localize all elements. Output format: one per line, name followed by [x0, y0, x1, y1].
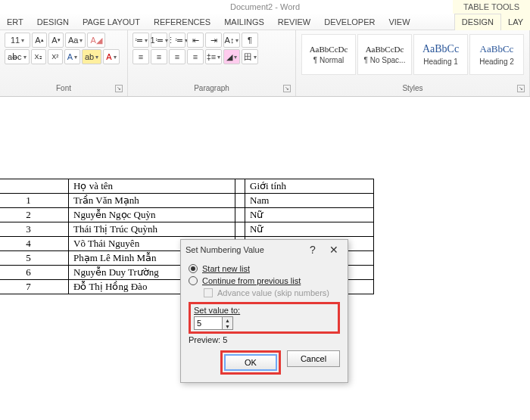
col-hidden-header[interactable] [235, 179, 245, 194]
highlight-button[interactable]: ab [82, 49, 101, 64]
cancel-button[interactable]: Cancel [287, 350, 340, 367]
decrease-indent-button[interactable]: ⇤ [187, 33, 204, 48]
tab-review[interactable]: REVIEW [271, 14, 317, 30]
tab-design[interactable]: DESIGN [30, 14, 76, 30]
align-center-button[interactable]: ≡ [151, 49, 167, 64]
table-row: 1Trần Văn MạnhNam [0, 194, 374, 208]
col-name-header[interactable]: Họ và tên [69, 179, 235, 194]
tab-insert[interactable]: ERT [0, 14, 30, 30]
style-normal[interactable]: AaBbCcDc¶ Normal [301, 34, 356, 75]
ok-button[interactable]: OK [224, 354, 277, 371]
tab-page-layout[interactable]: PAGE LAYOUT [76, 14, 147, 30]
set-value-label: Set value to: [194, 306, 335, 315]
paragraph-group-label: Paragraph↘ [132, 84, 291, 96]
paragraph-group: ≔ 1≔ ⋮≔ ⇤ ⇥ A↕ ¶ ≡ ≡ ≡ ≡ ‡≡ ◢ 田 Paragrap… [128, 30, 296, 96]
radio-icon [189, 264, 198, 273]
text-effects-button[interactable]: A [64, 49, 80, 64]
multilevel-button[interactable]: ⋮≔ [169, 33, 186, 48]
radio-icon [189, 276, 198, 285]
align-right-button[interactable]: ≡ [169, 49, 186, 64]
spin-down-icon[interactable]: ▼ [223, 323, 232, 329]
title-bar: Document2 - Word TABLE TOOLS [0, 0, 530, 14]
ok-highlight: OK [220, 350, 281, 375]
font-group-label: Font↘ [5, 84, 123, 96]
table-row: 2Nguyễn Ngọc QuỳnNữ [0, 208, 374, 222]
numbering-button[interactable]: 1≔ [151, 33, 167, 48]
change-case-button[interactable]: Aa [65, 33, 86, 48]
continue-previous-radio[interactable]: Continue from previous list [189, 275, 340, 287]
justify-button[interactable]: ≡ [187, 49, 204, 64]
set-value-spinner[interactable]: ▲▼ [194, 316, 335, 330]
col-gender-header[interactable]: Giới tính [245, 179, 374, 194]
font-color-button[interactable]: A [103, 49, 119, 64]
ribbon: 11 A▴ A▾ Aa A◢ ab̶c X₂ X² A ab A Font↘ ≔… [0, 30, 530, 97]
checkbox-icon [204, 288, 213, 297]
set-numbering-dialog: Set Numbering Value ? ✕ Start new list C… [180, 239, 348, 383]
increase-indent-button[interactable]: ⇥ [205, 33, 222, 48]
bullets-button[interactable]: ≔ [132, 33, 149, 48]
table-tools-caption: TABLE TOOLS [453, 0, 530, 14]
borders-button[interactable]: 田 [242, 49, 258, 64]
tab-developer[interactable]: DEVELOPER [317, 14, 382, 30]
line-spacing-button[interactable]: ‡≡ [205, 49, 222, 64]
font-launcher-icon[interactable]: ↘ [115, 85, 123, 92]
style-heading1[interactable]: AaBbCcHeading 1 [413, 34, 468, 75]
strikethrough-button[interactable]: ab̶c [5, 49, 30, 64]
paragraph-launcher-icon[interactable]: ↘ [283, 85, 291, 92]
tab-view[interactable]: VIEW [382, 14, 416, 30]
style-heading2[interactable]: AaBbCcHeading 2 [469, 34, 524, 75]
dialog-title-text: Set Numbering Value [186, 245, 264, 254]
tab-mailings[interactable]: MAILINGS [217, 14, 271, 30]
spin-up-icon[interactable]: ▲ [223, 317, 232, 323]
font-size-combo[interactable]: 11 [5, 33, 30, 48]
show-marks-button[interactable]: ¶ [242, 33, 258, 48]
shrink-font-button[interactable]: A▾ [48, 33, 64, 48]
doc-title: Document2 - Word [230, 2, 300, 11]
start-new-list-radio[interactable]: Start new list [189, 263, 340, 275]
grow-font-button[interactable]: A▴ [32, 33, 47, 48]
tab-table-design[interactable]: DESIGN [454, 14, 501, 30]
set-value-input[interactable] [194, 316, 223, 330]
shading-button[interactable]: ◢ [223, 49, 240, 64]
tab-table-layout[interactable]: LAY [501, 14, 530, 30]
advance-value-checkbox: Advance value (skip numbers) [189, 287, 340, 299]
superscript-button[interactable]: X² [48, 49, 63, 64]
sort-button[interactable]: A↕ [223, 33, 240, 48]
subscript-button[interactable]: X₂ [31, 49, 46, 64]
clear-formatting-button[interactable]: A◢ [87, 33, 104, 48]
dialog-close-button[interactable]: ✕ [325, 244, 343, 256]
styles-launcher-icon[interactable]: ↘ [517, 85, 525, 92]
style-no-spacing[interactable]: AaBbCcDc¶ No Spac... [357, 34, 412, 75]
tab-references[interactable]: REFERENCES [147, 14, 217, 30]
document-area: Họ và tên Giới tính 1Trần Văn MạnhNam 2N… [0, 97, 530, 420]
ribbon-tabs: ERT DESIGN PAGE LAYOUT REFERENCES MAILIN… [0, 14, 530, 30]
styles-group-label: Styles↘ [301, 84, 525, 96]
font-group: 11 A▴ A▾ Aa A◢ ab̶c X₂ X² A ab A Font↘ [0, 30, 128, 96]
table-header-row: Họ và tên Giới tính [0, 179, 374, 194]
styles-group: AaBbCcDc¶ Normal AaBbCcDc¶ No Spac... Aa… [296, 30, 530, 96]
align-left-button[interactable]: ≡ [132, 49, 149, 64]
table-row: 3Thái Thị Trúc QuỳnhNữ [0, 222, 374, 237]
dialog-help-button[interactable]: ? [304, 244, 322, 256]
dialog-titlebar[interactable]: Set Numbering Value ? ✕ [181, 240, 348, 260]
preview-text: Preview: 5 [189, 335, 340, 344]
set-value-highlight: Set value to: ▲▼ [189, 302, 340, 334]
col-number-header[interactable] [0, 179, 69, 194]
